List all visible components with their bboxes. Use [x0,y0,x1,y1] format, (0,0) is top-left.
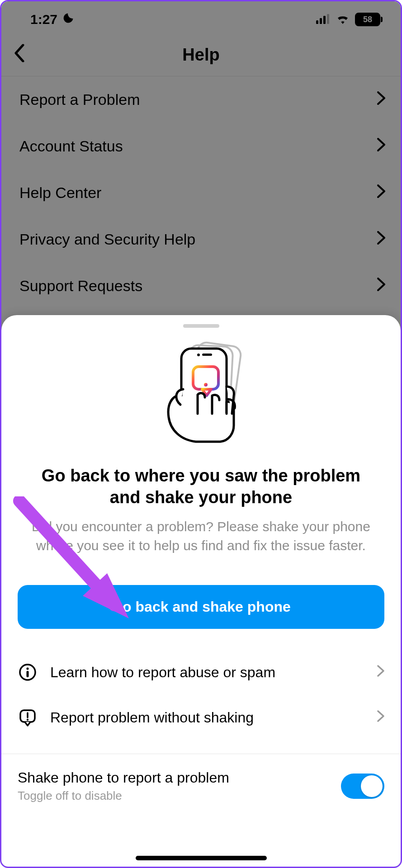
toggle-knob [361,775,383,797]
report-problem-sheet: Go back to where you saw the problem and… [1,315,401,867]
svg-rect-14 [27,671,29,677]
svg-rect-8 [202,354,212,356]
sheet-subtitle: Did you encounter a problem? Please shak… [1,517,401,555]
svg-point-7 [197,354,200,356]
svg-point-17 [27,719,28,721]
toggle-hint: Toggle off to disable [18,789,332,803]
chevron-right-icon [377,710,384,725]
option-label: Learn how to report abuse or spam [50,664,364,681]
svg-point-13 [26,667,28,670]
option-label: Report problem without shaking [50,709,364,726]
shake-phone-illustration [1,341,401,445]
shake-toggle-switch[interactable] [341,774,384,799]
svg-point-11 [204,383,208,387]
info-icon [18,663,38,681]
home-indicator[interactable] [136,856,267,860]
shake-toggle-row: Shake phone to report a problem Toggle o… [1,754,401,803]
sheet-options: Learn how to report abuse or spam Report… [1,650,401,740]
report-bubble-icon [18,708,38,726]
option-report-without-shaking[interactable]: Report problem without shaking [18,695,384,740]
go-back-and-shake-button[interactable]: Go back and shake phone [18,585,384,629]
sheet-drag-handle[interactable] [183,324,219,328]
option-learn-report-abuse[interactable]: Learn how to report abuse or spam [18,650,384,695]
chevron-right-icon [377,665,384,680]
sheet-title: Go back to where you saw the problem and… [1,465,401,508]
toggle-title: Shake phone to report a problem [18,769,332,786]
